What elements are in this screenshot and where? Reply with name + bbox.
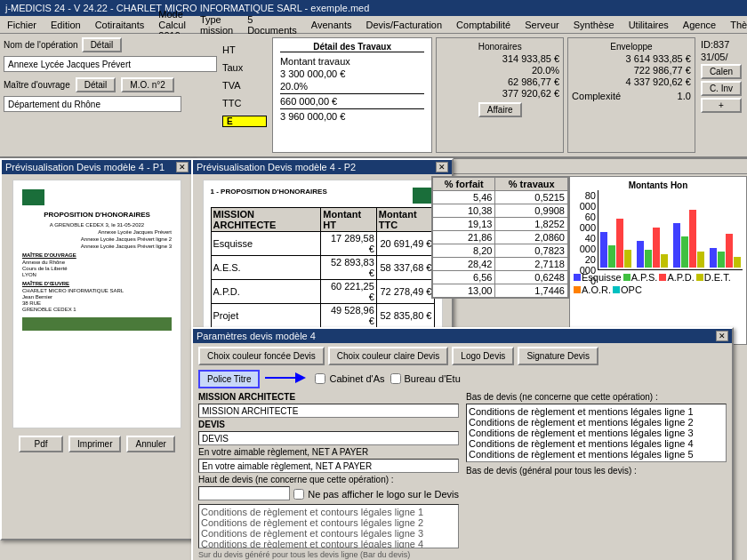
detail-button[interactable]: Détail [82,37,123,52]
p2-cell-0-2: 20 691,49 € [376,232,434,256]
menu-theme[interactable]: Thème [727,19,747,31]
menu-synthese[interactable]: Synthèse [570,19,618,31]
cabinet-checkbox[interactable] [315,373,325,384]
logo-checkbox-row: Ne pas afficher le logo sur le Devis [293,489,459,500]
menu-devis-facturation[interactable]: Devis/Facturation [362,19,446,31]
pct-row-0: 5,460,5215 [433,191,568,204]
bar-det-1 [624,250,631,268]
devis-label: DEVIS [198,420,459,429]
bar-det-3 [697,252,704,268]
chart-area: Montants Hon 80 000 60 000 40 000 20 000… [569,176,747,345]
pdf-button-1[interactable]: Pdf [19,436,63,452]
menu-agence[interactable]: Agence [679,19,719,31]
mo2-button[interactable]: M.O. n°2 [121,77,174,92]
bar-aps-3 [681,236,688,268]
menu-fichier[interactable]: Fichier [4,19,40,31]
bureau-checkbox[interactable] [390,373,401,384]
preview-window-1: Prévisualisation Devis modèle 4 - P1 ✕ P… [0,158,194,540]
menu-serveur[interactable]: Serveur [521,19,563,31]
bar-aps-2 [645,250,652,268]
params-window: Paramètres devis modèle 4 ✕ Choix couleu… [191,327,734,560]
chart-legend: Esquisse A.P.S. A.P.D. D.E.T. A.O.R. OPC [574,272,743,295]
pct-table: % forfait % travaux 5,460,521510,380,990… [431,176,569,299]
legend-aor: A.O.R. [574,284,611,295]
params-titlebar: Paramètres devis modèle 4 ✕ [193,329,732,343]
cinv-button[interactable]: C. Inv [701,81,742,96]
legend-opc: OPC [613,284,642,295]
haut-devis-field[interactable] [198,486,290,500]
doc-moe-line1: CHARLET MICRO INFORMATIQUE SARL [22,288,172,293]
chart-title: Montants Hon [574,180,743,190]
pct-cell-2-1: 1,8252 [495,218,568,231]
imprimer-button-1[interactable]: Imprimer [68,436,121,452]
pct-header-travaux: % travaux [495,178,568,191]
choix-fonce-button[interactable]: Choix couleur foncée Devis [198,347,325,365]
bar-esquisse-4 [710,248,717,268]
taux-label: Taux [222,62,267,73]
preview2-close-button[interactable]: ✕ [436,162,448,172]
envelope-title: Enveloppe [572,42,691,52]
preview1-titlebar: Prévisualisation Devis modèle 4 - P1 ✕ [2,160,192,174]
travaux-box: Détail des Travaux Montant travaux 3 300… [272,37,432,153]
menu-cotiraitants[interactable]: Cotiraitants [92,19,149,31]
sur-devis-note: Sur du devis généré pour tous les devis … [198,550,459,559]
id-section: ID:837 31/05/ Calen C. Inv + [699,37,743,153]
col-montant-ht: Montant HT [321,208,377,232]
preview2-titlebar: Prévisualisation Devis modèle 4 - P2 ✕ [193,160,452,174]
menu-avenants[interactable]: Avenants [308,19,356,31]
conditions-textarea[interactable]: Conditions de règlement et contours léga… [198,504,459,548]
plus-button[interactable]: + [701,98,742,113]
doc-address: A GRENOBLE CEDEX 3, le 31-05-2022 [22,222,172,228]
menu-comptabilite[interactable]: Comptabilité [453,19,514,31]
arrow-annotation [265,369,309,388]
hon-val4: 377 920,62 € [440,88,559,99]
menu-5-documents[interactable]: 5 Documents [244,13,301,36]
operation-row: Nom de l'opération Détail [4,37,217,52]
mo-field[interactable] [4,96,181,112]
col-montant-ttc: Montant TTC [376,208,434,232]
signature-devis-button[interactable]: Signature Devis [518,347,598,365]
params-close-button[interactable]: ✕ [716,331,728,341]
police-titre-button[interactable]: Police Titre [198,370,260,388]
params-left-col: MISSION ARCHITECTE DEVIS En votre aimabl… [198,392,459,560]
id-date: 31/05/ [701,52,742,62]
complexite-value: 1.0 [678,91,691,101]
annuler-button-1[interactable]: Annuler [126,436,174,452]
nom-operation-field[interactable] [4,56,217,72]
calen-button[interactable]: Calen [701,64,742,79]
doc-footer-bar [22,317,172,331]
y-80000: 80 000 [574,190,596,212]
bureau-label: Bureau d'Etu [405,373,461,384]
menu-utilitaires[interactable]: Utilitaires [625,19,672,31]
preview2-row-0: Esquisse17 289,58 €20 691,49 € [211,232,434,256]
choix-claire-button[interactable]: Choix couleur claire Devis [328,347,449,365]
logo-devis-button[interactable]: Logo Devis [452,347,514,365]
p2-cell-3-0: Projet [211,304,321,328]
pct-cell-5-1: 2,7118 [495,258,568,271]
logo-checkbox[interactable] [293,489,304,500]
doc-mo-line2: Cours de la Liberté [22,266,172,271]
preview1-title: Prévisualisation Devis modèle 4 - P1 [5,162,165,172]
devis-field[interactable] [198,431,459,445]
e-badge: E [222,116,267,127]
tva-value: 660 000,00 € [280,96,337,107]
reglement-field[interactable] [198,459,459,473]
env-val1: 3 614 933,85 € [572,53,691,64]
affaire-button[interactable]: Affaire [478,102,522,117]
montant-label: Montant travaux [280,56,350,67]
mission-field[interactable] [198,404,459,418]
doc-moe-line4: GRENOBLE CEDEX 1 [22,307,172,312]
menu-type-mission[interactable]: Type mission [197,13,237,36]
reglement-label: En votre aimable règlement, NET A PAYER [198,447,459,457]
envelope-box: Enveloppe 3 614 933,85 € 722 986,77 € 4 … [567,37,695,153]
p2-cell-1-2: 58 337,68 € [376,256,434,280]
pct-header-forfait: % forfait [433,178,495,191]
pct-cell-2-0: 19,13 [433,218,495,231]
bar-det-4 [734,257,741,268]
mo-value [4,96,217,112]
pct-cell-4-0: 8,20 [433,244,495,258]
menu-edition[interactable]: Edition [47,19,84,31]
detail-mo-button[interactable]: Détail [76,77,116,92]
travaux-montant-row: Montant travaux [280,56,424,67]
preview1-close-button[interactable]: ✕ [176,162,189,172]
